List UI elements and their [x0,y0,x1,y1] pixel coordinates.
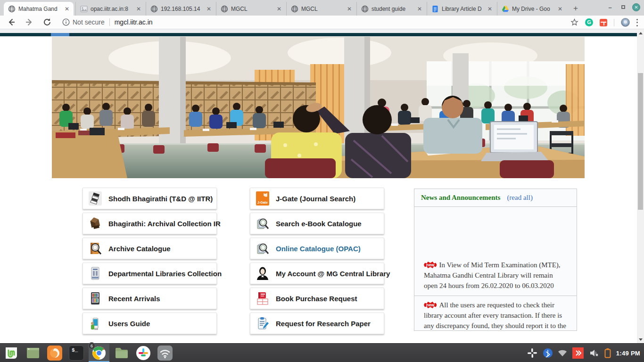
chrome-taskbar-button[interactable]: 6 [89,344,109,362]
close-icon[interactable] [63,5,71,13]
scroll-down-icon[interactable] [637,336,644,343]
tab-mgcl-1[interactable]: MGCL [216,2,286,16]
profile-avatar[interactable] [621,18,630,27]
link-label: Archive Catalogue [108,245,171,253]
file-manager-icon[interactable] [114,346,129,361]
link-bhagirathi-archival[interactable]: Bhagirathi: Archival Collection IR [83,213,217,234]
bookmark-star-icon[interactable] [570,18,578,26]
browser-tab-bar: Mahatma Gand opac.iitr.ac.in:8 192.168.1… [0,0,644,16]
books-magnifier-icon [256,241,269,255]
info-icon[interactable] [62,18,70,26]
mint-menu-icon[interactable] [4,346,19,361]
battery-icon[interactable] [604,348,611,358]
scroll-up-icon[interactable] [637,29,644,37]
read-all-link[interactable]: (read all) [507,194,533,202]
link-label: J-Gate (Journal Search) [276,195,355,203]
news-item: newIn View of Mid Term Examination (MTE)… [414,260,577,291]
tab-ip-address[interactable]: 192.168.105.14 [146,2,215,16]
link-users-guide[interactable]: Users Guide [83,313,217,334]
firefox-icon[interactable] [47,346,62,361]
close-icon[interactable] [556,5,564,13]
globe-icon [150,5,158,13]
kiosk-guide-icon [89,316,102,330]
close-icon[interactable] [416,5,423,13]
link-online-catalogue-opac[interactable]: Online Catalogue (OPAC) [250,238,384,259]
chrome-notification-badge: 6 [88,342,95,349]
books-magnifier-icon [256,216,269,230]
globe-icon [221,5,228,13]
library-photo [52,37,585,178]
link-departmental-libraries[interactable]: Departmental Libraries Collection [83,263,217,284]
system-tray: 1:49 PM [527,344,640,362]
close-icon[interactable] [486,5,494,13]
close-icon[interactable] [346,5,353,13]
link-search-ebook-catalogue[interactable]: Search e-Book Catalogue [250,213,384,234]
address-bar[interactable]: Not secure mgcl.iitr.ac.in [62,18,153,26]
slack-icon[interactable] [136,346,151,361]
thesis-stack-icon [89,191,102,206]
clipboard-pen-icon [256,316,269,330]
tab-library-article[interactable]: Library Article D [427,2,496,16]
new-badge: new [424,302,437,308]
link-label: Departmental Libraries Collection [108,270,222,278]
tab-my-drive[interactable]: My Drive - Goo [497,2,567,16]
taskbar: $_ 6 1 [0,343,644,362]
nav-active-indicator [51,33,69,36]
reload-icon[interactable] [42,17,52,27]
show-desktop-icon[interactable] [25,346,41,361]
page-scrollbar[interactable] [637,29,644,343]
terminal-icon[interactable]: $_ [69,346,84,361]
tab-title: Mahatma Gand [18,6,63,12]
link-book-purchase-request[interactable]: Book Purchase Request [250,288,384,309]
close-icon[interactable] [275,5,283,13]
tab-title: MGCL [231,6,275,12]
anydesk-icon[interactable] [572,347,584,359]
tab-student-guide[interactable]: student guide [356,2,426,16]
link-shodh-bhagirathi[interactable]: Shodh Bhagirathi (T&D @ IITR) [83,188,217,209]
image-icon [80,5,88,13]
link-archive-catalogue[interactable]: Archive Catalogue [83,238,217,259]
news-item-text: All the users are requested to check the… [424,301,566,329]
browser-menu-icon[interactable] [636,19,638,26]
security-label: Not secure [73,18,105,26]
tab-title: student guide [372,6,416,12]
globe-icon [8,5,16,13]
tab-title: 192.168.105.14 [161,6,205,12]
desktop-screen: Mahatma Gand opac.iitr.ac.in:8 192.168.1… [0,0,644,362]
bluetooth-icon[interactable] [543,348,553,358]
grammarly-extension-icon[interactable]: G [585,18,593,26]
news-title: News and Announcements [421,194,500,202]
archive-box-icon [89,216,102,230]
link-jgate[interactable]: J-Gate J-Gate (Journal Search) [250,188,384,209]
link-recent-arrivals[interactable]: Recent Arrivals [83,288,217,309]
link-request-research-paper[interactable]: Request for Research Paper [250,313,384,334]
close-icon[interactable] [135,5,142,13]
new-tab-button[interactable]: + [570,3,582,14]
tab-opac[interactable]: opac.iitr.ac.in:8 [75,2,145,16]
tab-title: MGCL [301,6,346,12]
slack-tray-icon[interactable] [527,347,538,359]
link-label: My Account @ MG Central Library [276,270,390,278]
globe-icon [291,5,298,13]
taskbar-clock[interactable]: 1:49 PM [616,350,640,357]
web-page: Shodh Bhagirathi (T&D @ IITR) Bhagirathi… [0,29,637,343]
scrollbar-thumb[interactable] [638,73,643,210]
wifi-app-icon[interactable] [157,346,173,361]
link-label: Search e-Book Catalogue [276,220,362,228]
tab-mgcl-2[interactable]: MGCL [286,2,356,16]
network-icon[interactable] [558,348,567,358]
back-icon[interactable] [7,17,16,27]
tab-mahatma-gandhi[interactable]: Mahatma Gand [4,2,74,16]
new-badge: new [424,262,437,268]
google-drive-icon [502,5,509,13]
window-close-button[interactable] [632,3,640,11]
volume-muted-icon[interactable] [589,348,599,358]
svg-text:J-Gate: J-Gate [257,201,268,204]
forward-icon[interactable] [25,17,34,27]
close-icon[interactable] [205,5,213,13]
link-label: Online Catalogue (OPAC) [276,245,361,253]
link-my-account[interactable]: My Account @ MG Central Library [250,263,384,284]
extension-icon[interactable] [600,19,607,26]
maximize-button[interactable] [619,3,627,11]
minimize-button[interactable] [606,3,614,11]
